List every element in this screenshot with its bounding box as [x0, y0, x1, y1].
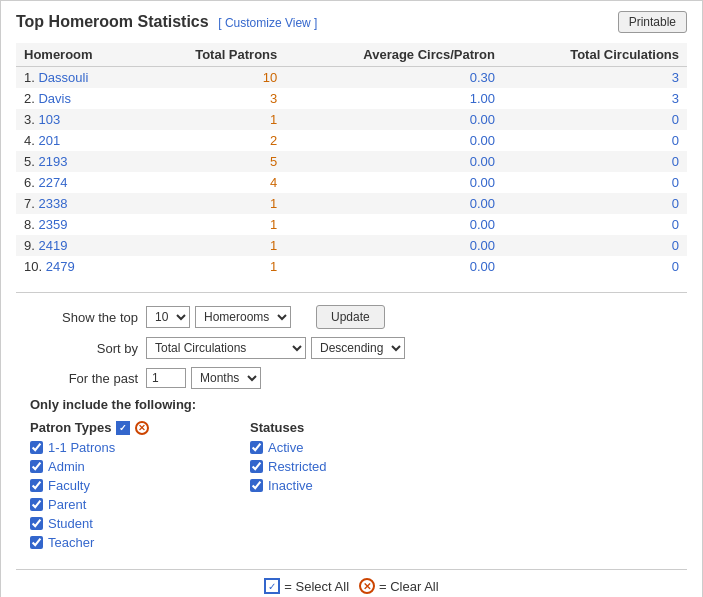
cell-total-patrons: 4 [141, 172, 286, 193]
patron-types-clearall-icon[interactable]: ✕ [135, 421, 149, 435]
cell-avg-circs: 0.30 [285, 67, 503, 89]
cell-avg-circs: 0.00 [285, 214, 503, 235]
table-row: 9. 2419 1 0.00 0 [16, 235, 687, 256]
statuses-col: Statuses Active Restricted Inactive [250, 420, 470, 554]
patron-type-item: Teacher [30, 535, 250, 550]
cell-total-circs: 0 [503, 256, 687, 277]
cell-total-circs: 0 [503, 130, 687, 151]
table-row: 1. Dassouli 10 0.30 3 [16, 67, 687, 89]
homerooms-select[interactable]: HomeroomsTeachersGrades [195, 306, 291, 328]
customize-view-link[interactable]: [ Customize View ] [218, 16, 317, 30]
patron-type-label: Admin [48, 459, 85, 474]
printable-button[interactable]: Printable [618, 11, 687, 33]
cell-total-circs: 0 [503, 151, 687, 172]
table-row: 4. 201 2 0.00 0 [16, 130, 687, 151]
patron-types-selectall-icon[interactable]: ✓ [116, 421, 130, 435]
cell-avg-circs: 0.00 [285, 130, 503, 151]
show-top-select[interactable]: 510152025 [146, 306, 190, 328]
cell-homeroom: 7. 2338 [16, 193, 141, 214]
sort-by-label: Sort by [16, 341, 146, 356]
patron-type-item: Student [30, 516, 250, 531]
cell-avg-circs: 0.00 [285, 109, 503, 130]
patron-type-label: Teacher [48, 535, 94, 550]
patron-type-item: Faculty [30, 478, 250, 493]
patron-types-title: Patron Types ✓ ✕ [30, 420, 250, 435]
cell-total-patrons: 10 [141, 67, 286, 89]
cell-homeroom: 6. 2274 [16, 172, 141, 193]
header-left: Top Homeroom Statistics [ Customize View… [16, 13, 317, 31]
status-item: Restricted [250, 459, 470, 474]
cell-total-patrons: 1 [141, 235, 286, 256]
table-row: 10. 2479 1 0.00 0 [16, 256, 687, 277]
cell-homeroom: 4. 201 [16, 130, 141, 151]
statuses-list: Active Restricted Inactive [250, 440, 470, 493]
update-button[interactable]: Update [316, 305, 385, 329]
status-label: Inactive [268, 478, 313, 493]
footer-legend: ✓ = Select All ✕ = Clear All [16, 569, 687, 594]
cell-total-circs: 3 [503, 67, 687, 89]
cell-homeroom: 3. 103 [16, 109, 141, 130]
patron-type-checkbox[interactable] [30, 460, 43, 473]
sort-order-select[interactable]: DescendingAscending [311, 337, 405, 359]
cell-total-circs: 3 [503, 88, 687, 109]
status-item: Active [250, 440, 470, 455]
table-row: 7. 2338 1 0.00 0 [16, 193, 687, 214]
table-row: 5. 2193 5 0.00 0 [16, 151, 687, 172]
status-label: Restricted [268, 459, 327, 474]
statuses-label: Statuses [250, 420, 304, 435]
cell-homeroom: 5. 2193 [16, 151, 141, 172]
patron-type-checkbox[interactable] [30, 517, 43, 530]
cell-total-patrons: 5 [141, 151, 286, 172]
months-select[interactable]: MonthsWeeksDays [191, 367, 261, 389]
statuses-title: Statuses [250, 420, 470, 435]
patron-type-checkbox[interactable] [30, 536, 43, 549]
cell-total-patrons: 1 [141, 109, 286, 130]
col-total-patrons: Total Patrons [141, 43, 286, 67]
patron-type-checkbox[interactable] [30, 441, 43, 454]
cell-avg-circs: 0.00 [285, 151, 503, 172]
cell-homeroom: 1. Dassouli [16, 67, 141, 89]
filter-section: Patron Types ✓ ✕ 1-1 Patrons Admin Facul… [30, 420, 687, 554]
controls-section: Show the top 510152025 HomeroomsTeachers… [16, 292, 687, 554]
cell-total-patrons: 1 [141, 193, 286, 214]
table-row: 6. 2274 4 0.00 0 [16, 172, 687, 193]
col-total-circs: Total Circulations [503, 43, 687, 67]
cell-avg-circs: 0.00 [285, 193, 503, 214]
status-label: Active [268, 440, 303, 455]
cell-avg-circs: 0.00 [285, 235, 503, 256]
for-past-row: For the past MonthsWeeksDays [16, 367, 687, 389]
cell-homeroom: 2. Davis [16, 88, 141, 109]
patron-type-label: 1-1 Patrons [48, 440, 115, 455]
cell-homeroom: 9. 2419 [16, 235, 141, 256]
status-item: Inactive [250, 478, 470, 493]
show-top-label: Show the top [16, 310, 146, 325]
patron-type-item: 1-1 Patrons [30, 440, 250, 455]
cell-avg-circs: 1.00 [285, 88, 503, 109]
cell-homeroom: 8. 2359 [16, 214, 141, 235]
cell-avg-circs: 0.00 [285, 172, 503, 193]
cell-avg-circs: 0.00 [285, 256, 503, 277]
table-row: 8. 2359 1 0.00 0 [16, 214, 687, 235]
status-checkbox[interactable] [250, 460, 263, 473]
patron-type-checkbox[interactable] [30, 479, 43, 492]
patron-type-item: Parent [30, 497, 250, 512]
select-all-icon[interactable]: ✓ [264, 578, 280, 594]
patron-type-checkbox[interactable] [30, 498, 43, 511]
for-past-input[interactable] [146, 368, 186, 388]
cell-total-patrons: 1 [141, 214, 286, 235]
clear-all-icon[interactable]: ✕ [359, 578, 375, 594]
status-checkbox[interactable] [250, 479, 263, 492]
patron-type-label: Faculty [48, 478, 90, 493]
sort-by-select[interactable]: Total CirculationsAverage Circs/PatronTo… [146, 337, 306, 359]
clear-all-label: = Clear All [379, 579, 439, 594]
cell-total-circs: 0 [503, 172, 687, 193]
patron-type-label: Parent [48, 497, 86, 512]
status-checkbox[interactable] [250, 441, 263, 454]
page-container: Top Homeroom Statistics [ Customize View… [0, 0, 703, 597]
show-top-row: Show the top 510152025 HomeroomsTeachers… [16, 305, 687, 329]
stats-table: Homeroom Total Patrons Average Circs/Pat… [16, 43, 687, 277]
cell-total-patrons: 1 [141, 256, 286, 277]
cell-total-circs: 0 [503, 214, 687, 235]
patron-type-label: Student [48, 516, 93, 531]
cell-total-circs: 0 [503, 193, 687, 214]
